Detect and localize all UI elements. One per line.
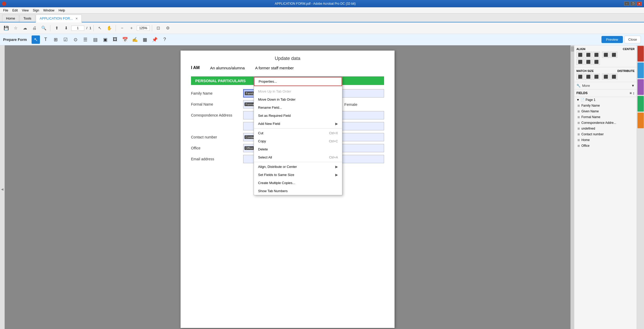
add-button-tool[interactable]: ▣ xyxy=(101,35,109,44)
align-bottom-btn[interactable]: ⬛ xyxy=(593,59,600,65)
menu-file[interactable]: File xyxy=(1,8,10,13)
ctx-delete[interactable]: Delete xyxy=(254,145,342,153)
tab-home[interactable]: Home xyxy=(2,15,19,22)
zoom-level[interactable]: 125% xyxy=(137,26,150,31)
field-type-icon-given-name: ⊞ xyxy=(577,110,580,113)
match-both-btn[interactable]: ⬛ xyxy=(593,74,600,80)
field-label-office: Office xyxy=(581,144,589,148)
field-item-contact-number[interactable]: ⊞ Contact number xyxy=(574,131,637,137)
bookmark-button[interactable]: ☆ xyxy=(11,24,20,32)
print-button[interactable]: 🖨 xyxy=(30,24,39,32)
minimize-button[interactable]: − xyxy=(624,2,629,6)
field-item-office[interactable]: ⊞ Office xyxy=(574,143,637,149)
field-item-correspondence[interactable]: ⊞ Correspondence Addre... xyxy=(574,120,637,126)
side-tab-orange[interactable] xyxy=(637,113,644,128)
menu-sign[interactable]: Sign xyxy=(31,8,41,13)
align-top-btn[interactable]: ⬛ xyxy=(576,59,584,65)
align-center-v-btn[interactable]: ⬛ xyxy=(585,59,592,65)
field-item-family-name[interactable]: ⊞ Family Name xyxy=(574,103,637,108)
ctx-move-down[interactable]: Move Down in Tab Order xyxy=(254,95,342,103)
side-tab-red[interactable] xyxy=(637,46,644,62)
add-image-tool[interactable]: 🖼 xyxy=(111,35,119,44)
tab-tools[interactable]: Tools xyxy=(20,15,35,22)
field-item-undefined[interactable]: ⊞ undefined xyxy=(574,126,637,131)
ctx-cut[interactable]: Cut Ctrl+X xyxy=(254,129,342,137)
fields-options-button[interactable]: ↕ xyxy=(633,91,635,95)
tab-close-icon[interactable]: ✕ xyxy=(75,17,78,20)
ctx-copy[interactable]: Copy Ctrl+C xyxy=(254,137,342,145)
add-listbox-tool[interactable]: ☰ xyxy=(81,35,90,44)
align-left-btn[interactable]: ⬛ xyxy=(576,52,584,58)
select-tool[interactable]: ↖ xyxy=(96,24,104,32)
close-window-button[interactable]: ✕ xyxy=(637,2,642,6)
distribute-v-btn[interactable]: ⬛ xyxy=(610,74,617,80)
more-label: More xyxy=(582,84,590,88)
match-height-btn[interactable]: ⬛ xyxy=(585,74,592,80)
vertical-scroll-middle[interactable] xyxy=(570,45,574,329)
ctx-sep-1 xyxy=(254,87,342,87)
menu-window[interactable]: Window xyxy=(41,8,57,13)
menu-help[interactable]: Help xyxy=(57,8,67,13)
add-date-tool[interactable]: 📅 xyxy=(121,35,129,44)
pin-tool[interactable]: 📌 xyxy=(151,35,159,44)
add-checkbox-tool[interactable]: ☑ xyxy=(61,35,70,44)
ctx-create-multiple-copies[interactable]: Create Multiple Copies... xyxy=(254,179,342,187)
contact-number-label: Contact number xyxy=(191,135,243,139)
distribute-h-btn[interactable]: ⬛ xyxy=(602,74,609,80)
side-tab-blue[interactable] xyxy=(637,63,644,78)
menu-edit[interactable]: Edit xyxy=(10,8,20,13)
field-item-home[interactable]: ⊞ Home xyxy=(574,137,637,143)
save-button[interactable]: 💾 xyxy=(2,24,10,32)
page-node[interactable]: ▼ 📄 Page 1 xyxy=(574,97,637,103)
tab-application-form[interactable]: APPLICATION FOR... ✕ xyxy=(36,15,82,22)
email-address-label: Email address xyxy=(191,157,243,161)
ctx-align-distribute[interactable]: Align, Distribute or Center ▶ xyxy=(254,163,342,171)
add-signature-tool[interactable]: ✍ xyxy=(131,35,139,44)
page-number-input[interactable] xyxy=(71,26,84,31)
ctx-properties[interactable]: Properties... xyxy=(254,77,342,86)
help-tool[interactable]: ? xyxy=(160,35,169,44)
ctx-rename-field[interactable]: Rename Field... xyxy=(254,103,342,112)
field-type-icon-contact: ⊞ xyxy=(577,133,580,136)
prev-page-button[interactable]: ⬆ xyxy=(52,24,61,32)
hand-tool[interactable]: ✋ xyxy=(105,24,114,32)
side-tabs xyxy=(637,45,644,329)
next-page-button[interactable]: ⬇ xyxy=(62,24,70,32)
zoom-in-button[interactable]: + xyxy=(127,24,136,32)
ctx-add-new-field[interactable]: Add New Field ▶ xyxy=(254,120,342,128)
ctx-set-required[interactable]: Set as Required Field xyxy=(254,112,342,120)
field-item-formal-name[interactable]: ⊞ Formal Name xyxy=(574,114,637,120)
restore-button[interactable]: ❐ xyxy=(630,2,636,6)
side-tab-green[interactable] xyxy=(637,96,644,112)
center-v-btn[interactable]: ⬛ xyxy=(610,52,617,58)
more-row[interactable]: 🔧 More ▼ xyxy=(574,82,637,89)
pdf-area[interactable]: Update data I AM An alumnus/alumna A for… xyxy=(5,45,570,329)
upload-button[interactable]: ☁ xyxy=(21,24,29,32)
update-data-heading: Update data xyxy=(191,56,384,61)
menu-view[interactable]: View xyxy=(20,8,31,13)
side-tab-purple[interactable] xyxy=(637,79,644,95)
search-button[interactable]: 🔍 xyxy=(40,24,48,32)
add-barcode-tool[interactable]: ▦ xyxy=(141,35,149,44)
fit-page-button[interactable]: ⊡ xyxy=(154,24,163,32)
align-right-btn[interactable]: ⬛ xyxy=(593,52,600,58)
ctx-select-all[interactable]: Select All Ctrl+A xyxy=(254,153,342,161)
field-item-given-name[interactable]: ⊞ Given Name xyxy=(574,108,637,114)
ctx-set-fields-same-size[interactable]: Set Fields to Same Size ▶ xyxy=(254,171,342,179)
zoom-out-button[interactable]: − xyxy=(118,24,126,32)
add-dropdown-tool[interactable]: ▤ xyxy=(91,35,99,44)
close-prepare-button[interactable]: Close xyxy=(624,36,641,43)
field-label-home: Home xyxy=(581,138,590,142)
align-center-h-btn[interactable]: ⬛ xyxy=(585,52,592,58)
preview-button[interactable]: Preview xyxy=(601,36,623,43)
select-object-tool[interactable]: ↖ xyxy=(32,35,40,44)
add-field-arrow-icon: ▶ xyxy=(335,122,338,126)
tools-button[interactable]: ⚙ xyxy=(164,24,172,32)
add-text-field-tool[interactable]: T xyxy=(41,35,50,44)
add-radio-tool[interactable]: ⊙ xyxy=(71,35,80,44)
center-h-btn[interactable]: ⬛ xyxy=(602,52,609,58)
ctx-show-tab-numbers[interactable]: Show Tab Numbers xyxy=(254,187,342,195)
add-text-field-2-tool[interactable]: ⊞ xyxy=(51,35,60,44)
match-width-btn[interactable]: ⬛ xyxy=(576,74,584,80)
fields-sort-button[interactable]: ≡ xyxy=(630,91,632,95)
